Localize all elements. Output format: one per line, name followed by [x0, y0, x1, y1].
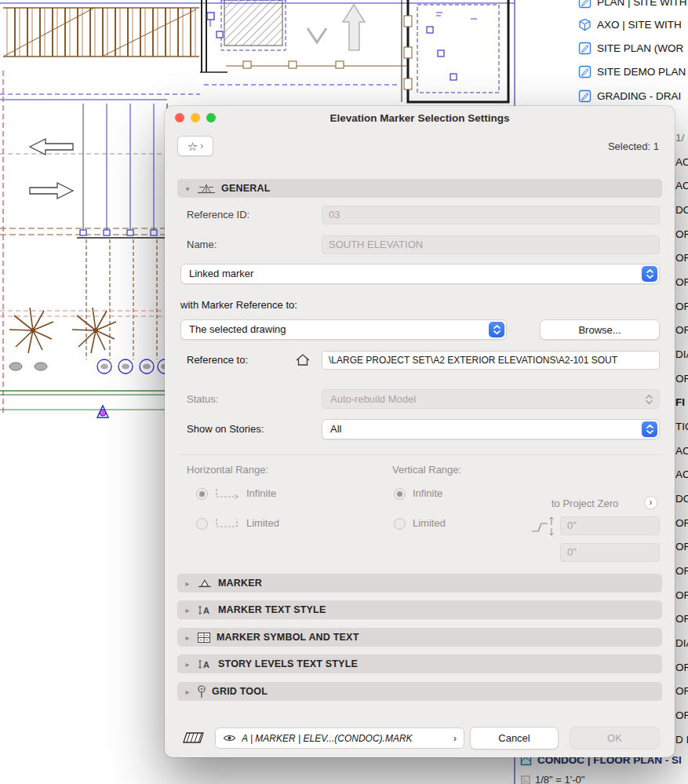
- horizontal-infinite-radio: [196, 488, 208, 500]
- drawing-scale-row[interactable]: 1/8" = 1'-0": [521, 774, 584, 784]
- cancel-button[interactable]: Cancel: [470, 727, 559, 749]
- vertical-limited-radio: [394, 518, 406, 530]
- navigator-item-fragment[interactable]: DIA: [675, 637, 688, 649]
- vertical-limited-label: Limited: [413, 516, 446, 531]
- reference-to-field[interactable]: \LARGE PROJECT SET\A2 EXTERIOR ELEVATION…: [322, 351, 660, 370]
- limited-range-icon: [213, 517, 240, 530]
- show-on-stories-popup[interactable]: All: [322, 419, 660, 439]
- dialog-titlebar[interactable]: Elevation Marker Selection Settings: [165, 106, 675, 129]
- text-style-icon: A: [197, 604, 213, 616]
- offset-top-field: 0": [560, 516, 660, 535]
- navigator-item-fragment[interactable]: OR: [675, 541, 688, 552]
- navigator-item-fragment[interactable]: OR: [675, 589, 688, 601]
- section-story-levels-text-style[interactable]: ▸ A STORY LEVELS TEXT STYLE: [177, 655, 662, 673]
- browse-button[interactable]: Browse...: [540, 319, 660, 340]
- layer-selector[interactable]: A | MARKER | ELEV...(CONDOC).MARK ›: [215, 727, 464, 749]
- chevron-right-icon: ›: [453, 732, 457, 744]
- navigator-item-fragment[interactable]: AC: [675, 180, 688, 191]
- drawing-icon: [578, 0, 592, 9]
- svg-text:A: A: [203, 660, 209, 669]
- section-label: MARKER: [218, 578, 262, 589]
- navigator-item[interactable]: SITE PLAN (WOR: [578, 39, 683, 57]
- text-style-icon: A: [197, 658, 213, 670]
- navigator-item-fragment[interactable]: DO: [675, 493, 688, 505]
- navigator-item-fragment[interactable]: AC: [675, 445, 688, 457]
- navigator-item-fragment[interactable]: OR: [675, 517, 688, 529]
- vertical-infinite-label: Infinite: [413, 486, 442, 501]
- selected-count: Selected: 1: [608, 140, 659, 152]
- popup-stepper-icon: [489, 322, 504, 337]
- grid-tool-icon: [197, 685, 206, 698]
- navigator-item-fragment[interactable]: OR: [675, 324, 688, 336]
- navigator-item-label: AXO | SITE WITH: [597, 19, 682, 31]
- axo-cube-icon: [578, 18, 592, 31]
- project-zero-chevron-button[interactable]: ›: [644, 496, 657, 509]
- marker-type-popup[interactable]: Linked marker: [180, 264, 660, 284]
- navigator-item[interactable]: PLAN | SITE WITH: [578, 0, 687, 10]
- horizontal-infinite-label: Infinite: [246, 486, 276, 501]
- navigator-item-fragment[interactable]: OR: [675, 662, 688, 673]
- infinite-range-icon: [213, 487, 240, 500]
- disclosure-closed-icon: ▸: [184, 687, 191, 696]
- disclosure-closed-icon: ▸: [184, 579, 191, 588]
- navigator-item-fragment[interactable]: OR: [675, 685, 688, 697]
- navigator-item-fragment[interactable]: AC: [675, 156, 688, 168]
- marker-reference-value: The selected drawing: [189, 320, 286, 339]
- navigator-item-fragment[interactable]: OR: [675, 565, 688, 577]
- navigator-item[interactable]: GRADING - DRAI: [578, 87, 681, 104]
- house-icon: [295, 353, 311, 366]
- reference-id-label: Reference ID:: [187, 206, 249, 224]
- navigator-item-fragment[interactable]: OR: [675, 709, 688, 721]
- drawing-icon: [578, 42, 592, 55]
- chevron-right-icon: ›: [200, 141, 203, 151]
- ok-button[interactable]: OK: [570, 727, 660, 749]
- with-marker-reference-label: with Marker Reference to:: [180, 296, 297, 315]
- navigator-item[interactable]: SITE DEMO PLAN: [578, 63, 686, 80]
- marker-reference-popup[interactable]: The selected drawing: [180, 319, 507, 340]
- navigator-item-fragment[interactable]: AC: [675, 469, 688, 480]
- navigator-item-label: PLAN | SITE WITH: [597, 0, 687, 8]
- navigator-item-fragment[interactable]: DO: [675, 204, 688, 216]
- marker-type-value: Linked marker: [189, 264, 253, 283]
- navigator-item-label: GRADING - DRAI: [597, 90, 681, 102]
- navigator-item[interactable]: AXO | SITE WITH: [578, 16, 682, 33]
- navigator-item-fragment[interactable]: FI: [675, 396, 685, 408]
- offset-bottom-field: 0": [560, 543, 660, 562]
- divider: [177, 454, 662, 455]
- vertical-offset-icon: [530, 514, 557, 539]
- navigator-item-fragment[interactable]: OR: [675, 301, 688, 312]
- drawing-icon: [578, 89, 592, 103]
- drawing-icon: [578, 65, 592, 78]
- navigator-item-fragment[interactable]: DIA: [675, 348, 688, 360]
- horizontal-limited-label: Limited: [246, 516, 279, 531]
- general-section-icon: [197, 183, 216, 195]
- navigator-item-fragment[interactable]: OR: [675, 252, 688, 264]
- layer-value: A | MARKER | ELEV...(CONDOC).MARK: [242, 733, 448, 744]
- navigator-item-fragment[interactable]: OR: [675, 613, 688, 625]
- favorites-button[interactable]: ☆ ›: [177, 136, 213, 156]
- svg-text:A: A: [203, 606, 209, 615]
- scale-icon: [521, 775, 530, 784]
- navigator-item-fragment[interactable]: OR: [675, 373, 688, 385]
- show-on-stories-value: All: [330, 420, 341, 439]
- navigator-item-fragment[interactable]: OR: [675, 276, 688, 288]
- status-label: Status:: [187, 390, 218, 409]
- popup-stepper-icon: [645, 390, 653, 408]
- screen: PLAN | SITE WITH AXO | SITE WITH SITE PL…: [0, 0, 688, 784]
- disclosure-closed-icon: ▸: [184, 633, 191, 642]
- navigator-item-fragment[interactable]: OR: [675, 228, 688, 240]
- section-marker-text-style[interactable]: ▸ A MARKER TEXT STYLE: [177, 600, 662, 619]
- navigator-item-fragment[interactable]: 1/: [675, 132, 684, 144]
- vertical-range-label: Vertical Range:: [392, 461, 461, 480]
- section-label: MARKER TEXT STYLE: [218, 604, 326, 615]
- section-general[interactable]: ▾ GENERAL: [177, 179, 662, 198]
- popup-stepper-icon: [642, 266, 657, 282]
- navigator-item-fragment[interactable]: D I: [675, 734, 688, 746]
- navigator-item-label: SITE PLAN (WOR: [597, 42, 683, 54]
- section-grid-tool[interactable]: ▸ GRID TOOL: [177, 682, 662, 701]
- star-icon: ☆: [187, 140, 198, 152]
- section-marker-symbol-and-text[interactable]: ▸ MARKER SYMBOL AND TEXT: [177, 628, 662, 647]
- navigator-item-fragment[interactable]: TIO: [675, 421, 688, 432]
- section-marker[interactable]: ▸ MARKER: [177, 574, 662, 593]
- status-value: Auto-rebuild Model: [330, 390, 416, 409]
